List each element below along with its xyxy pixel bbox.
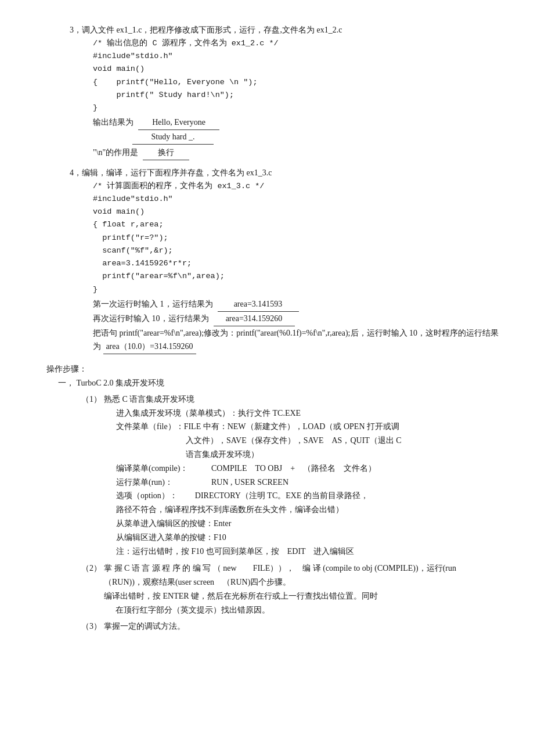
item4-code-2: { float r,area; — [93, 218, 499, 231]
item3-code-1: void main() — [93, 63, 499, 75]
item3-output-value2: Study hard _. — [132, 130, 214, 145]
ops-child-3: 运行菜单(run)： RUN , USER SCREEN — [116, 476, 499, 489]
item3-comment-line: /* 输出信息的 C 源程序，文件名为 ex1_2.c */ — [93, 37, 499, 50]
item4-results: 第一次运行时输入 1，运行结果为 area=3.141593 再次运行时输入 1… — [93, 297, 499, 354]
item4-run1-label: 第一次运行时输入 1，运行结果为 — [93, 297, 213, 311]
item4-code-6: printf("arear=%f\n",area); — [93, 270, 499, 283]
ops-main-title: 一， TurboC 2.0 集成开发环境 — [58, 376, 499, 390]
item4-run1-row: 第一次运行时输入 1，运行结果为 area=3.141593 — [93, 297, 499, 312]
item3-code-3: printf(" Study hard!\n"); — [93, 89, 499, 102]
item4-comment: /* 计算圆面积的程序，文件名为 ex1_3.c */ — [93, 180, 499, 193]
item3-newline-value: 换行 — [143, 146, 189, 160]
ops-title: 操作步骤： — [46, 362, 499, 376]
item3-comment: /* 输出信息的 C 源程序，文件名为 ex1_2.c */ #include"… — [93, 37, 499, 115]
item-4: 4，编辑，编译，运行下面程序并存盘，文件名为 ex1_3.c /* 计算圆面积的… — [46, 166, 499, 354]
ops-section: 操作步骤： 一， TurboC 2.0 集成开发环境 （1） 熟悉 C 语言集成… — [46, 362, 499, 633]
ops-child-7: 注：运行出错时，按 F10 也可回到菜单区，按 EDIT 进入编辑区 — [116, 545, 499, 559]
ops-sub2: （2） 掌 握 C 语 言 源 程 序 的 编 写 （ new FILE））， … — [81, 561, 499, 617]
item3-header: 3，调入文件 ex1_1.c，把程序修改成下面形式，运行，存盘,文件名为 ex1… — [70, 23, 499, 37]
compile-value: COMPILE TO OBJ + （路径名 文件名） — [211, 462, 376, 476]
ops-sub3-header: （3） 掌握一定的调试方法。 — [81, 620, 499, 633]
ops-child-0: 进入集成开发环境（菜单模式）：执行文件 TC.EXE — [116, 406, 499, 420]
ops-sub2-content: 掌 握 C 语 言 源 程 序 的 编 写 （ new FILE））， 编 译 … — [104, 561, 499, 617]
ops-sub1-label: 熟悉 C 语言集成开发环境 — [104, 393, 194, 406]
item4-code-3: printf("r=?"); — [93, 232, 499, 244]
item4-run2-label: 再次运行时输入 10，运行结果为 — [93, 312, 209, 326]
ops-child-4: 选项（option）：DIRECTORY（注明 TC。EXE 的当前目录路径， … — [116, 489, 499, 517]
ops-child-6: 从编辑区进入菜单的按键：F10 — [116, 531, 499, 545]
ops-sub1: （1） 熟悉 C 语言集成开发环境 进入集成开发环境（菜单模式）：执行文件 TC… — [81, 393, 499, 559]
item4-code-5: area=3.1415926*r*r; — [93, 257, 499, 270]
ops-sub1-num: （1） — [81, 393, 102, 406]
item4-code-7: } — [93, 283, 499, 296]
item3-output-row2: Study hard _. — [132, 130, 499, 145]
ops-sub3: （3） 掌握一定的调试方法。 — [81, 620, 499, 633]
item3-newline-label: "\n"的作用是 — [93, 146, 138, 160]
item4-run3-row: 把语句 printf("arear=%f\n",area);修改为：printf… — [93, 326, 499, 355]
item3-code-2: { printf("Hello, Everyone \n "); — [93, 76, 499, 89]
item3-code-0: #include"stdio.h" — [93, 50, 499, 63]
ops-body: 一， TurboC 2.0 集成开发环境 （1） 熟悉 C 语言集成开发环境 进… — [58, 376, 499, 633]
item3-newline-row: "\n"的作用是 换行 — [93, 146, 499, 160]
ops-sub1-header: （1） 熟悉 C 语言集成开发环境 — [81, 393, 499, 406]
item4-code-1: void main() — [93, 206, 499, 218]
compile-label: 编译菜单(compile)： — [116, 462, 209, 476]
ops-child-2: 编译菜单(compile)： COMPILE TO OBJ + （路径名 文件名… — [116, 462, 499, 476]
item4-code-block: /* 计算圆面积的程序，文件名为 ex1_3.c */ #include"std… — [93, 180, 499, 296]
ops-child-1: 文件菜单（file）：FILE 中有：NEW（新建文件），LOAD（或 OPEN… — [116, 420, 499, 461]
item-3: 3，调入文件 ex1_1.c，把程序修改成下面形式，运行，存盘,文件名为 ex1… — [46, 23, 499, 160]
ops-sub1-children: 进入集成开发环境（菜单模式）：执行文件 TC.EXE 文件菜单（file）：FI… — [116, 406, 499, 559]
item3-output-value1: Hello, Everyone — [138, 116, 219, 130]
ops-sub2-num: （2） — [81, 561, 102, 617]
item4-run3-value: area（10.0）=314.159260 — [103, 340, 196, 354]
item4-header: 4，编辑，编译，运行下面程序并存盘，文件名为 ex1_3.c — [70, 166, 499, 180]
item4-run1-value: area=3.141593 — [218, 297, 299, 312]
ops-sub3-label: 掌握一定的调试方法。 — [104, 620, 185, 633]
run-label: 运行菜单(run)： — [116, 476, 209, 489]
item3-output-label: 输出结果为 — [93, 116, 134, 129]
ops-sub2-header: （2） 掌 握 C 语 言 源 程 序 的 编 写 （ new FILE））， … — [81, 561, 499, 617]
item4-code-0: #include"stdio.h" — [93, 193, 499, 206]
item4-run2-value: area=314.159260 — [214, 312, 295, 326]
item3-code-4: } — [93, 102, 499, 114]
ops-sub3-num: （3） — [81, 620, 102, 633]
item4-run2-row: 再次运行时输入 10，运行结果为 area=314.159260 — [93, 312, 499, 326]
item4-code-4: scanf("%f",&r); — [93, 244, 499, 257]
ops-child-5: 从菜单进入编辑区的按键：Enter — [116, 517, 499, 531]
item3-output-row1: 输出结果为 Hello, Everyone — [93, 116, 499, 130]
run-value: RUN , USER SCREEN — [211, 476, 288, 489]
item3-output-area: 输出结果为 Hello, Everyone Study hard _. "\n"… — [93, 116, 499, 160]
